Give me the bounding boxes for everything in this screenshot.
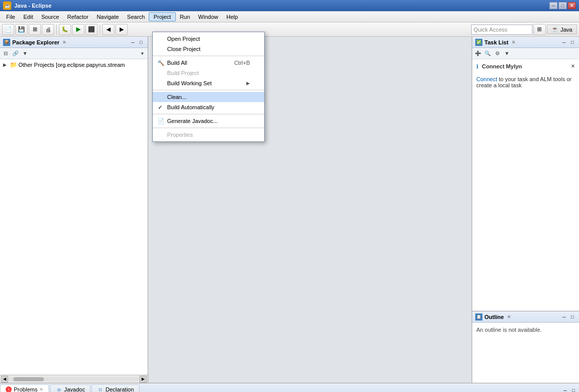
menu-project[interactable]: Project [149,12,175,21]
menu-source[interactable]: Source [37,13,63,21]
build-working-set-label: Build Working Set [167,80,212,86]
menu-separator-1 [153,56,264,56]
tab-problems-label: Problems [14,386,37,392]
package-explorer-icon: 📦 [3,39,10,46]
menu-navigate[interactable]: Navigate [92,13,123,21]
javadoc-tab-icon: @ [56,386,62,392]
menu-item-generate-javadoc[interactable]: 📄 Generate Javadoc... [153,116,264,126]
title-bar-text: Java - Eclipse [14,3,549,9]
connect-mylyn-section: ℹ Connect Mylyn ✕ Connect to your task a… [472,59,579,92]
panel-header-controls: ─ □ [129,39,145,46]
package-explorer-title: Package Explorer [12,39,59,45]
generate-javadoc-icon: 📄 [157,117,165,125]
minimize-button[interactable]: ─ [549,2,558,9]
task-list-header: ✅ Task List ✕ ─ □ [472,37,579,48]
new-task-button[interactable]: ➕ [473,49,482,58]
panel-toolbar-menu[interactable]: ▼ [20,49,30,58]
tab-declaration[interactable]: ⊡ Declaration [91,384,140,392]
menu-file[interactable]: File [2,13,19,21]
menu-item-build-auto[interactable]: ✓ Build Automatically [153,102,264,112]
java-perspective-button[interactable]: ☕ Java [547,24,577,34]
task-minimize-button[interactable]: ─ [561,39,568,46]
outline-content: An outline is not available. [472,323,579,337]
scroll-left[interactable]: ◀ [1,376,8,383]
scroll-track [8,377,140,381]
scroll-thumb [13,377,44,381]
toolbar-sep-2 [100,24,100,35]
bottom-tab-bar: ! Problems ✕ @ Javadoc ⊡ Declaration ─ □ [0,383,579,392]
java-btn-label: Java [561,27,572,33]
build-all-label: Build All [167,60,187,66]
task-filter-button[interactable]: 🔍 [483,49,492,58]
print-button[interactable]: 🖨 [42,24,54,35]
package-explorer-hscroll[interactable]: ◀ ▶ [0,375,148,383]
maximize-panel-button[interactable]: □ [137,39,145,46]
menu-window[interactable]: Window [194,13,222,21]
save-button[interactable]: 💾 [15,24,28,35]
bottom-minimize-button[interactable]: ─ [562,387,569,392]
main-toolbar: 📄 💾 ⊞ 🖨 🐛 ▶ ⬛ ◀ ▶ Quick Access ⊞ ☕ Java [0,22,579,37]
menu-item-properties: Properties [153,130,264,140]
debug-button[interactable]: 🐛 [59,24,71,35]
tab-problems[interactable]: ! Problems ✕ [0,384,49,392]
menu-edit[interactable]: Edit [19,13,37,21]
close-button[interactable]: ✕ [568,2,576,9]
package-explorer-toolbar: ⊟ 🔗 ▼ ▾ [0,48,148,59]
menu-refactor[interactable]: Refactor [63,13,93,21]
link-with-editor-button[interactable]: 🔗 [11,49,20,58]
submenu-arrow-icon: ▶ [246,81,250,86]
outline-no-content-text: An outline is not available. [476,327,542,333]
menu-separator-3 [153,114,264,114]
menu-separator-2 [153,90,264,90]
project-dropdown-menu: Open Project Close Project 🔨 Build All C… [152,32,265,142]
mylyn-close-icon[interactable]: ✕ [571,63,575,69]
tab-declaration-label: Declaration [105,386,134,392]
tree-item-label: Other Projects [org.eclipse.papyrus.stre… [18,62,125,68]
bottom-panel-controls: ─ □ [562,387,579,392]
outline-controls: ─ □ [561,313,576,321]
open-project-label: Open Project [167,36,200,42]
forward-button[interactable]: ▶ [115,24,128,35]
package-explorer-tree: ▶ 📁 Other Projects [org.eclipse.papyrus.… [0,59,148,375]
tab-javadoc[interactable]: @ Javadoc [50,384,90,392]
tree-item-other-projects[interactable]: ▶ 📁 Other Projects [org.eclipse.papyrus.… [1,60,147,69]
menu-run[interactable]: Run [176,13,194,21]
build-auto-label: Build Automatically [167,104,214,110]
outline-icon: 📋 [475,313,482,321]
folder-icon: 📁 [10,61,17,68]
menu-help[interactable]: Help [222,13,242,21]
new-button[interactable]: 📄 [2,24,14,35]
menu-item-build-working-set[interactable]: Build Working Set ▶ [153,78,264,88]
menu-item-close-project[interactable]: Close Project [153,44,264,54]
outline-maximize-button[interactable]: □ [569,313,576,321]
tab-javadoc-label: Javadoc [64,386,85,392]
outline-title: Outline [484,314,504,320]
tree-arrow: ▶ [3,62,8,67]
menu-item-open-project[interactable]: Open Project [153,34,264,44]
task-maximize-button[interactable]: □ [569,39,576,46]
menu-item-build-all[interactable]: 🔨 Build All Ctrl+B [153,58,264,68]
checkmark-icon: ✓ [158,104,163,111]
maximize-button[interactable]: □ [559,2,567,9]
title-bar-buttons: ─ □ ✕ [549,2,576,9]
toolbar-perspective-btn[interactable]: ⊞ [534,24,546,35]
task-down-button[interactable]: ▼ [502,49,512,58]
view-menu-button[interactable]: ▾ [137,49,147,58]
save-all-button[interactable]: ⊞ [29,24,41,35]
scroll-right[interactable]: ▶ [140,376,147,383]
menu-search[interactable]: Search [123,13,149,21]
minimize-panel-button[interactable]: ─ [129,39,136,46]
properties-label: Properties [167,132,193,138]
task-list-close-icon: ✕ [512,40,516,45]
tab-problems-close: ✕ [39,387,43,392]
stop-button[interactable]: ⬛ [85,24,98,35]
bottom-maximize-button[interactable]: □ [570,387,577,392]
task-settings-button[interactable]: ⚙ [493,49,502,58]
outline-minimize-button[interactable]: ─ [561,313,568,321]
run-button[interactable]: ▶ [72,24,84,35]
connect-link[interactable]: Connect [476,76,497,82]
collapse-all-button[interactable]: ⊟ [1,49,10,58]
quick-access-input[interactable]: Quick Access [471,24,532,35]
back-button[interactable]: ◀ [102,24,114,35]
menu-item-clean[interactable]: Clean... [153,92,264,102]
